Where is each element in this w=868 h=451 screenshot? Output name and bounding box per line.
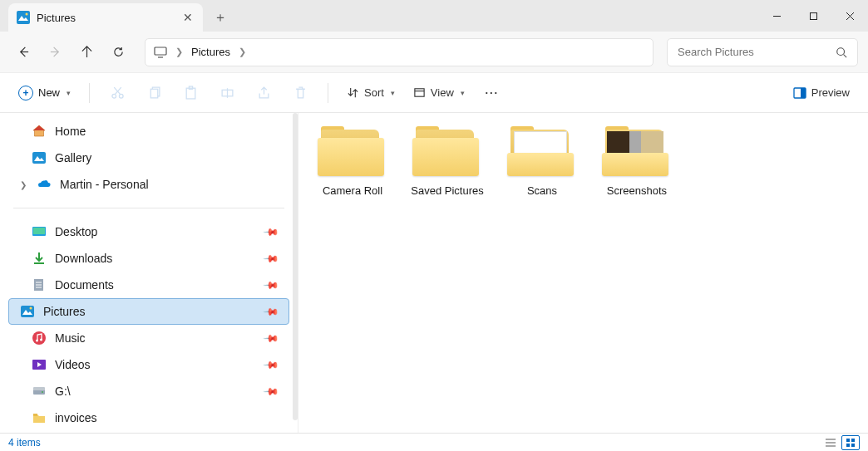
search-box[interactable]: [667, 38, 858, 66]
view-icon: [413, 86, 426, 99]
breadcrumb-item[interactable]: Pictures: [191, 46, 230, 58]
address-bar[interactable]: ❯ Pictures ❯: [145, 38, 653, 66]
sidebar-item-pictures[interactable]: Pictures 📌: [8, 298, 289, 325]
close-window-button[interactable]: [831, 0, 868, 32]
icons-view-button[interactable]: [841, 435, 860, 450]
videos-icon: [32, 357, 47, 372]
svg-rect-27: [801, 88, 806, 98]
this-pc-icon: [154, 47, 167, 58]
status-bar: 4 items: [0, 433, 868, 451]
sort-icon: [347, 86, 359, 99]
folder-icon: [32, 410, 47, 425]
svg-rect-55: [851, 439, 855, 442]
pin-icon[interactable]: 📌: [263, 250, 280, 267]
svg-point-2: [26, 13, 28, 16]
sort-button[interactable]: Sort ▾: [340, 79, 402, 107]
svg-point-49: [42, 391, 43, 393]
pin-icon[interactable]: 📌: [263, 303, 280, 321]
svg-point-14: [111, 94, 116, 98]
new-tab-button[interactable]: ＋: [208, 5, 233, 30]
svg-marker-29: [33, 125, 45, 130]
folder-icon: [602, 126, 672, 179]
sidebar-item-drive[interactable]: G:\ 📌: [8, 378, 289, 404]
chevron-down-icon: ▾: [391, 89, 395, 97]
pin-icon[interactable]: 📌: [263, 277, 280, 294]
items-view[interactable]: Camera Roll Saved Pictures Scans Screens…: [298, 113, 868, 433]
svg-line-13: [844, 54, 847, 57]
more-button[interactable]: ···: [476, 79, 508, 107]
cut-button[interactable]: [101, 79, 133, 107]
svg-rect-4: [810, 12, 816, 19]
svg-point-12: [837, 47, 845, 55]
folder-item[interactable]: Scans: [505, 126, 579, 197]
refresh-button[interactable]: [105, 39, 131, 66]
pin-icon[interactable]: 📌: [263, 383, 280, 400]
sidebar-item-home[interactable]: Home: [8, 118, 289, 145]
new-button[interactable]: + New ▾: [12, 79, 77, 107]
documents-icon: [32, 277, 47, 292]
plus-icon: +: [18, 86, 33, 100]
svg-rect-30: [32, 152, 46, 164]
search-input[interactable]: [678, 46, 836, 58]
forward-button[interactable]: [42, 39, 68, 66]
svg-rect-0: [17, 11, 30, 24]
svg-rect-48: [33, 387, 45, 390]
maximize-button[interactable]: [795, 0, 831, 32]
folder-item[interactable]: Camera Roll: [315, 126, 390, 197]
folder-icon: [507, 126, 577, 179]
share-button[interactable]: [248, 79, 279, 107]
sidebar-item-desktop[interactable]: Desktop 📌: [8, 218, 289, 245]
svg-rect-33: [33, 228, 45, 234]
up-button[interactable]: [73, 39, 100, 66]
gallery-icon: [32, 150, 47, 165]
copy-button[interactable]: [138, 79, 170, 107]
chevron-right-icon[interactable]: ❯: [20, 180, 28, 189]
chevron-down-icon: ▾: [67, 89, 71, 97]
onedrive-icon: [37, 177, 52, 192]
svg-line-17: [114, 87, 120, 95]
svg-rect-18: [150, 89, 158, 98]
preview-button[interactable]: Preview: [787, 79, 856, 107]
back-button[interactable]: [10, 39, 37, 66]
paste-button[interactable]: [175, 79, 206, 107]
home-icon: [32, 124, 47, 139]
details-view-button[interactable]: [821, 435, 840, 450]
svg-point-43: [36, 340, 38, 342]
svg-rect-10: [155, 47, 166, 55]
search-icon: [836, 47, 847, 58]
window-tab[interactable]: Pictures ✕: [8, 3, 203, 32]
pin-icon[interactable]: 📌: [263, 356, 280, 374]
svg-point-44: [40, 339, 42, 341]
sidebar-item-documents[interactable]: Documents 📌: [8, 272, 289, 298]
close-tab-button[interactable]: ✕: [181, 11, 195, 24]
preview-pane-icon: [793, 87, 806, 99]
svg-point-15: [119, 94, 123, 98]
view-button[interactable]: View ▾: [407, 79, 471, 107]
delete-button[interactable]: [284, 79, 316, 107]
title-bar: Pictures ✕ ＋: [0, 0, 868, 32]
sidebar-item-videos[interactable]: Videos 📌: [8, 351, 289, 378]
folder-item[interactable]: Screenshots: [599, 126, 674, 197]
navigation-pane[interactable]: Home Gallery ❯ Martin - Personal Desktop…: [0, 113, 298, 433]
chevron-down-icon: ▾: [461, 89, 465, 97]
chevron-right-icon[interactable]: ❯: [239, 47, 246, 57]
music-icon: [32, 331, 47, 346]
sidebar-item-onedrive[interactable]: ❯ Martin - Personal: [8, 171, 289, 198]
pin-icon[interactable]: 📌: [263, 330, 280, 347]
minimize-button[interactable]: [758, 0, 795, 32]
svg-rect-54: [846, 439, 850, 442]
window-controls: [758, 0, 868, 32]
svg-rect-56: [846, 444, 850, 447]
folder-item[interactable]: Saved Pictures: [410, 126, 485, 197]
sidebar-item-folder[interactable]: invoices: [8, 404, 289, 431]
sidebar-item-downloads[interactable]: Downloads 📌: [8, 245, 289, 272]
item-count: 4 items: [8, 437, 41, 449]
pin-icon[interactable]: 📌: [263, 223, 280, 241]
chevron-right-icon[interactable]: ❯: [175, 47, 183, 57]
sidebar-item-music[interactable]: Music 📌: [8, 325, 289, 351]
svg-line-16: [115, 87, 121, 95]
rename-button[interactable]: [211, 79, 243, 107]
svg-rect-57: [851, 444, 855, 447]
sidebar-item-gallery[interactable]: Gallery: [8, 145, 289, 171]
svg-rect-50: [33, 414, 37, 416]
